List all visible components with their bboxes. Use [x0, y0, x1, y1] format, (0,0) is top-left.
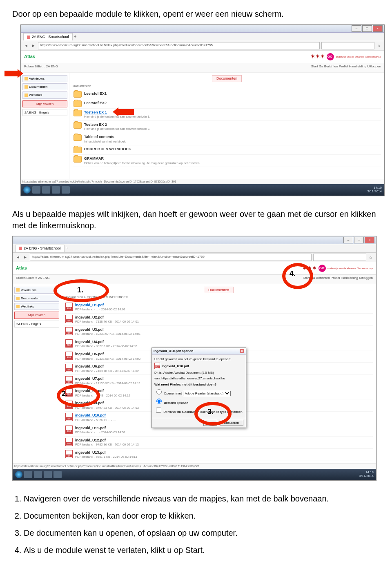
- taskbar-item[interactable]: [32, 186, 40, 194]
- go-logo: GO!: [327, 53, 334, 60]
- folder-icon: [74, 134, 82, 141]
- tab-add[interactable]: +: [66, 245, 69, 251]
- pdf-icon: [65, 327, 73, 335]
- intro-paragraph: Door op een bepaalde module te klikken, …: [12, 8, 380, 20]
- radio-save[interactable]: [156, 399, 162, 404]
- search-input[interactable]: [313, 254, 366, 261]
- sidebar-course[interactable]: 2A ENG - Engels: [22, 109, 67, 116]
- taskbar: 14:18 3/11/2014: [13, 469, 376, 480]
- forward-icon[interactable]: ►: [22, 254, 28, 260]
- section-tab: Documenten: [212, 75, 242, 82]
- pdf-icon: [65, 450, 73, 458]
- url-input[interactable]: https://atlas-atheneum-sg27.smartschool.…: [30, 254, 312, 261]
- dialog-filename: ingevuld_U10.pdf: [154, 363, 243, 369]
- close-button[interactable]: ×: [373, 25, 383, 32]
- instruction-item: Als u de module wenst te verlaten, klikt…: [24, 544, 380, 556]
- status-bar: https://atlas-atheneum-sg27.smartschool.…: [13, 463, 376, 469]
- back-icon[interactable]: ◄: [23, 43, 29, 49]
- max-button[interactable]: □: [354, 237, 364, 243]
- pdf-icon: [65, 364, 73, 372]
- taskbar-item[interactable]: [24, 471, 32, 478]
- file-row[interactable]: ingevuld_U13.pdfPDF-bestand - 5651.1 KB …: [65, 449, 373, 461]
- search-input[interactable]: [321, 42, 374, 49]
- browser-tab[interactable]: 2A ENG - Smartschool: [23, 33, 73, 40]
- sidebar-mijn-vakken[interactable]: Mijn vakken: [22, 100, 67, 107]
- go-branding: ✶✶✶ GO! onderwijs van de Vlaamse Gemeens…: [310, 53, 381, 61]
- back-icon[interactable]: ◄: [15, 254, 21, 260]
- folder-icon: [24, 77, 28, 80]
- close-button[interactable]: ×: [365, 237, 374, 243]
- browser-tab[interactable]: 2A ENG - Smartschool: [15, 245, 65, 252]
- instruction-item: De documenten kan u openen, of opslaan o…: [24, 527, 380, 539]
- home-icon[interactable]: ⌂: [376, 43, 382, 49]
- dialog-text: van: https://atlas-atheneum-sg27.smartsc…: [154, 376, 243, 381]
- pdf-icon: [65, 438, 73, 446]
- breadcrumb[interactable]: Documenten: [73, 84, 381, 88]
- breadcrumb[interactable]: Documenten > CORRECTIES WERKBOEK: [65, 295, 373, 299]
- taskbar-item[interactable]: [62, 186, 70, 194]
- folder-row[interactable]: Toetsen EX 1Hier vind je de toetsen tot …: [73, 109, 381, 121]
- browser-tabs: 2A ENG - Smartschool +: [21, 33, 384, 41]
- user-crumb: Ruben Billiet :: 2A ENG: [24, 64, 58, 71]
- folder-icon: [74, 100, 82, 107]
- top-menu[interactable]: Start Ga Berichten Profiel Handleiding U…: [311, 64, 381, 71]
- dialog-text: Wat moet Firefox met dit bestand doen?: [154, 382, 243, 387]
- folder-icon: [16, 288, 20, 292]
- folder-row[interactable]: Leerstof EX2: [73, 99, 381, 109]
- screenshot-2: – □ × 2A ENG - Smartschool + ◄ ► https:/…: [12, 236, 376, 481]
- pdf-icon: [65, 426, 73, 434]
- file-row[interactable]: ingevuld_U3.pdfPDF-bestand - 10233.97 KB…: [65, 326, 373, 338]
- sidebar-item-documenten[interactable]: Documenten: [22, 83, 67, 90]
- sidebar-item-weblinks[interactable]: Weblinks: [22, 91, 67, 98]
- folder-row[interactable]: CORRECTIES WERKBOEK: [73, 145, 381, 155]
- max-button[interactable]: □: [362, 25, 372, 32]
- folder-row[interactable]: GRAMMARFiches van de belangrijkste taalb…: [73, 155, 381, 167]
- sidebar-item-vaknieuws[interactable]: Vaknieuws: [14, 287, 59, 294]
- logo: Atlas: [24, 53, 35, 60]
- favicon: [27, 36, 30, 39]
- sidebar-mijn-vakken[interactable]: Mijn vakken: [14, 312, 59, 319]
- taskbar-item[interactable]: [52, 186, 60, 194]
- logo: Atlas: [16, 265, 27, 271]
- folder-row[interactable]: Leerstof EX1: [73, 90, 381, 99]
- folder-row[interactable]: Toetsen EX 2Hier vind je de toetsen tot …: [73, 121, 381, 133]
- taskbar-item[interactable]: [34, 471, 42, 478]
- home-icon[interactable]: ⌂: [368, 254, 374, 260]
- file-row[interactable]: ingevuld_U2.pdfPDF-bestand - 7138.76 KB …: [65, 314, 373, 326]
- open-with-select[interactable]: Adobe Reader (standaard): [183, 391, 231, 396]
- folder-icon: [74, 122, 82, 129]
- sidebar-course[interactable]: 2A ENG - Engels: [14, 321, 59, 328]
- pdf-icon: [65, 376, 73, 384]
- tab-add[interactable]: +: [74, 34, 77, 40]
- start-button[interactable]: [15, 471, 22, 478]
- sidebar-item-vaknieuws[interactable]: Vaknieuws: [22, 75, 67, 82]
- checkbox-remember[interactable]: [156, 408, 161, 413]
- taskbar-item[interactable]: [42, 186, 50, 194]
- annotation-3: 3.: [207, 407, 214, 417]
- sidebar-item-documenten[interactable]: Documenten: [14, 295, 59, 302]
- dialog-option-save[interactable]: Bestand opslaan: [154, 397, 243, 405]
- annotation-circle-4: [282, 263, 313, 289]
- taskbar-item[interactable]: [44, 471, 52, 478]
- sidebar-item-weblinks[interactable]: Weblinks: [14, 303, 59, 310]
- dialog-option-open[interactable]: Openen met Adobe Reader (standaard): [154, 388, 243, 396]
- start-button[interactable]: [23, 186, 31, 194]
- dialog-close-icon[interactable]: ×: [240, 349, 244, 353]
- taskbar-item[interactable]: [53, 471, 62, 478]
- screenshot-1: – □ × 2A ENG - Smartschool + ◄ ► https:/…: [20, 25, 385, 196]
- dialog-title: ingevuld_U10.pdf openen ×: [152, 348, 246, 354]
- file-row[interactable]: ingevuld_U12.pdfPDF-bestand - 9782.86 KB…: [65, 437, 373, 449]
- top-menu[interactable]: Start Ga Berichten Profiel Handleiding U…: [303, 276, 373, 283]
- min-button[interactable]: –: [343, 237, 353, 243]
- radio-open[interactable]: [156, 389, 162, 394]
- file-row[interactable]: ingevuld_U1.pdfPDF-bestand - ... - 2014-…: [65, 301, 373, 314]
- forward-icon[interactable]: ►: [31, 43, 36, 49]
- min-button[interactable]: –: [352, 25, 361, 32]
- pdf-icon: [65, 352, 73, 360]
- address-bar-row: ◄ ► https://atlas-atheneum-sg27.smartsch…: [21, 41, 384, 51]
- url-input[interactable]: https://atlas-atheneum-sg27.smartschool.…: [38, 42, 320, 49]
- folder-icon: [16, 297, 20, 300]
- pdf-icon: [65, 315, 73, 323]
- site-header: Atlas ✶✶✶ GO! onderwijs van de Vlaamse G…: [13, 262, 376, 275]
- folder-row[interactable]: Table of contentsInhoudstafel van het we…: [73, 133, 381, 145]
